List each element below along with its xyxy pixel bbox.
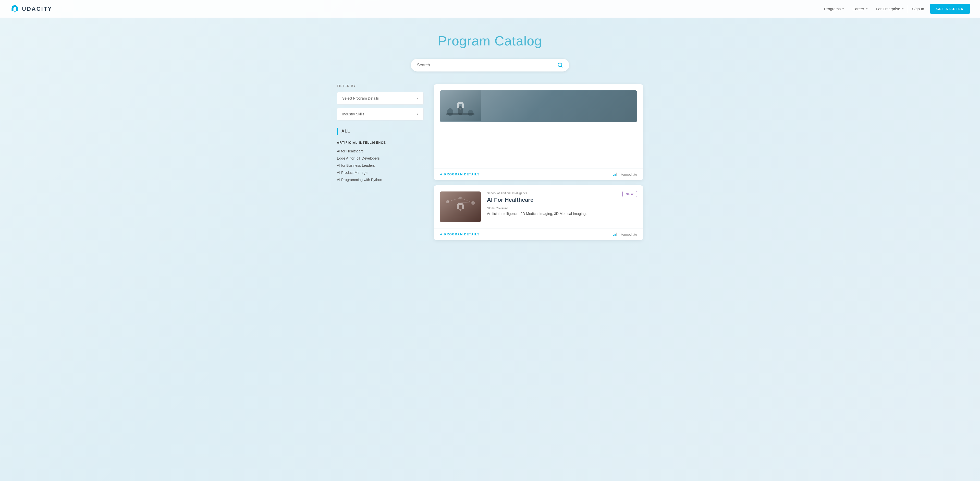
- card-level-1: Intermediate: [613, 233, 637, 236]
- search-icon: [557, 62, 563, 68]
- card-footer-healthcare: + PROGRAM DETAILS Intermediate: [434, 228, 643, 240]
- card-level-0: Intermediate: [613, 173, 637, 177]
- program-details-button-0[interactable]: + PROGRAM DETAILS: [440, 172, 480, 177]
- card-badge-healthcare: NEW: [622, 191, 637, 222]
- new-badge-1: NEW: [622, 191, 637, 197]
- sidebar-nav: ALL ARTIFICIAL INTELLIGENCE AI for Healt…: [337, 127, 424, 183]
- get-started-button[interactable]: GET STARTED: [930, 4, 970, 14]
- logo[interactable]: UDACITY: [10, 4, 52, 14]
- sidebar-category-ai: ARTIFICIAL INTELLIGENCE AI for Healthcar…: [337, 141, 424, 183]
- sidebar-item-ai-product[interactable]: AI Product Manager: [337, 169, 424, 176]
- logo-text: UDACITY: [22, 6, 52, 12]
- card-thumbnail-ai: [440, 191, 481, 222]
- nav-divider: [908, 5, 908, 13]
- business-thumbnail-image: [440, 91, 481, 121]
- card-body-activation: School of Business Activation And Retent…: [434, 84, 643, 168]
- nav-enterprise[interactable]: For Enterprise: [876, 6, 904, 11]
- career-chevron-icon: [865, 8, 868, 10]
- level-icon-1: [613, 233, 617, 236]
- svg-line-1: [561, 66, 562, 67]
- sidebar-item-edge-ai[interactable]: Edge AI for IoT Developers: [337, 155, 424, 162]
- sidebar-category-title: ARTIFICIAL INTELLIGENCE: [337, 141, 424, 145]
- card-school-ai: School of Artificial Intelligence: [487, 191, 616, 195]
- svg-point-5: [468, 110, 473, 116]
- enterprise-chevron-icon: [902, 8, 904, 10]
- sidebar-item-ai-healthcare[interactable]: AI for Healthcare: [337, 148, 424, 155]
- card-info-healthcare: School of Artificial Intelligence AI For…: [487, 191, 616, 222]
- level-icon-0: [613, 173, 617, 176]
- filter-label: FILTER BY: [337, 84, 424, 88]
- nav-links: Programs Career For Enterprise: [824, 6, 904, 11]
- sidebar-all-item[interactable]: ALL: [337, 127, 424, 135]
- program-details-button-1[interactable]: + PROGRAM DETAILS: [440, 232, 480, 237]
- sidebar: FILTER BY Select Program Details ▾ Indus…: [337, 84, 424, 245]
- ai-thumbnail-image: [440, 191, 481, 222]
- cards-container: School of Business Activation And Retent…: [434, 84, 643, 245]
- programs-chevron-icon: [842, 8, 844, 10]
- svg-rect-2: [440, 91, 481, 121]
- select-program-chevron-icon: ▾: [417, 97, 418, 100]
- svg-rect-6: [446, 113, 474, 115]
- search-box: [411, 59, 569, 72]
- nav-career[interactable]: Career: [853, 6, 868, 11]
- program-card-activation: School of Business Activation And Retent…: [434, 84, 643, 180]
- sidebar-item-ai-python[interactable]: AI Programming with Python: [337, 176, 424, 183]
- select-industry-skills[interactable]: Industry Skills ▾: [337, 108, 424, 121]
- card-footer-activation: + PROGRAM DETAILS Intermediate: [434, 168, 643, 180]
- card-thumbnail-business: [440, 91, 637, 122]
- card-skills-1: Artificial Intelligence, 2D Medical Imag…: [487, 211, 616, 217]
- plus-icon-0: +: [440, 172, 443, 177]
- card-title-healthcare: AI For Healthcare: [487, 197, 616, 203]
- search-container: [0, 59, 980, 72]
- page-header: Program Catalog: [0, 18, 980, 59]
- sidebar-active-indicator: [337, 127, 338, 135]
- search-button[interactable]: [557, 62, 563, 68]
- program-card-healthcare: School of Artificial Intelligence AI For…: [434, 185, 643, 240]
- udacity-logo-icon: [10, 4, 19, 14]
- signin-link[interactable]: Sign In: [912, 6, 924, 11]
- card-skills-label-1: Skills Covered: [487, 206, 616, 210]
- card-body-healthcare: School of Artificial Intelligence AI For…: [434, 185, 643, 228]
- plus-icon-1: +: [440, 232, 443, 237]
- select-program-details[interactable]: Select Program Details ▾: [337, 92, 424, 105]
- svg-rect-7: [440, 191, 481, 222]
- nav-programs[interactable]: Programs: [824, 6, 844, 11]
- search-input[interactable]: [417, 63, 557, 67]
- page-title: Program Catalog: [0, 33, 980, 48]
- sidebar-item-ai-business[interactable]: AI for Business Leaders: [337, 162, 424, 169]
- main-content: FILTER BY Select Program Details ▾ Indus…: [327, 84, 653, 245]
- select-industry-chevron-icon: ▾: [417, 112, 418, 116]
- sidebar-items-ai: AI for Healthcare Edge AI for IoT Develo…: [337, 148, 424, 183]
- navbar: UDACITY Programs Career For Enterprise S…: [0, 0, 980, 18]
